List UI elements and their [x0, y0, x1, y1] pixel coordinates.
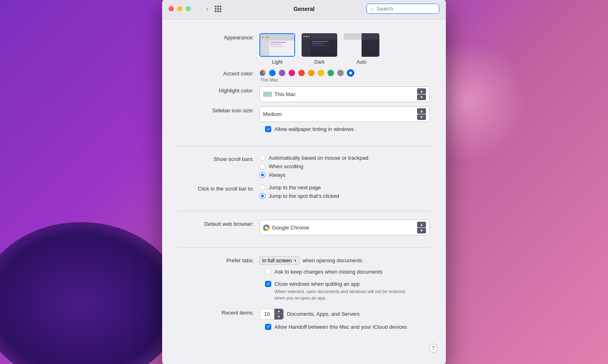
checkbox-check: ✓	[267, 282, 270, 286]
grid-dot	[217, 6, 219, 7]
grid-icon[interactable]	[215, 6, 221, 12]
recent-items-stepper[interactable]: 10 ▲ ▼	[259, 308, 284, 320]
stepper-down[interactable]: ▼	[417, 94, 426, 100]
accent-red[interactable]	[298, 70, 305, 76]
dark-thumb-body	[302, 40, 337, 57]
auto-thumb-right	[362, 33, 379, 57]
ask-keep-changes-checkbox-row: Ask to keep changes when closing documen…	[265, 269, 383, 275]
recent-items-up[interactable]: ▲	[274, 309, 283, 314]
thumb-line	[312, 45, 326, 46]
settings-content: Appearance:	[162, 19, 446, 364]
jump-next-radio[interactable]	[259, 184, 265, 191]
sidebar-icon-size-dropdown[interactable]: Medium ▲ ▼	[259, 106, 430, 122]
appearance-option-light[interactable]: Light	[259, 33, 295, 65]
dark-thumb	[302, 33, 337, 57]
wallpaper-tinting-label: Allow wallpaper tinting in windows	[274, 126, 354, 132]
prefer-tabs-row: Prefer tabs: in full screen ▼ when openi…	[162, 254, 446, 267]
scroll-when-radio[interactable]	[259, 163, 265, 169]
stepper-down[interactable]: ▼	[417, 228, 426, 233]
wallpaper-tinting-checkbox-row: ✓ Allow wallpaper tinting in windows	[265, 126, 354, 132]
appearance-row: Appearance:	[162, 29, 446, 67]
default-browser-row: Default web browser: Google Chrome ▲ ▼	[162, 218, 446, 238]
jump-spot-radio[interactable]	[259, 193, 265, 199]
close-windows-checkbox[interactable]: ✓	[265, 281, 271, 287]
help-row: ?	[162, 340, 446, 356]
accent-green[interactable]	[328, 70, 334, 76]
close-button[interactable]	[169, 6, 174, 11]
jump-spot-label: Jump to the spot that's clicked	[269, 193, 339, 199]
minimize-button[interactable]	[177, 6, 182, 11]
show-scroll-bars-label: Show scroll bars:	[178, 155, 259, 163]
scroll-auto-label: Automatically based on mouse or trackpad	[269, 155, 368, 161]
stepper-down[interactable]: ▼	[417, 114, 426, 120]
recent-items-inline: 10 ▲ ▼ Documents, Apps, and Servers	[259, 308, 430, 320]
nav-arrows: ‹ ›	[197, 5, 210, 13]
appearance-option-dark[interactable]: Dark	[302, 33, 337, 65]
forward-button[interactable]: ›	[204, 5, 210, 13]
accent-color-row: Accent color:	[162, 67, 446, 84]
recent-items-suffix: Documents, Apps, and Servers	[287, 311, 360, 317]
allow-handoff-label: Allow Handoff between this Mac and your …	[274, 324, 407, 330]
allow-handoff-checkbox[interactable]: ✓	[265, 324, 271, 330]
ask-keep-changes-checkbox[interactable]	[265, 269, 271, 275]
accent-yellow[interactable]	[318, 70, 324, 76]
thumb-dot-red	[303, 36, 305, 37]
wallpaper-tinting-checkbox[interactable]: ✓	[265, 126, 271, 132]
grid-dot	[220, 11, 221, 12]
highlight-color-dropdown[interactable]: This Mac ▲ ▼	[259, 86, 430, 102]
checkbox-check: ✓	[267, 127, 270, 131]
appearance-label: Appearance:	[178, 33, 259, 41]
ask-keep-changes-label: Ask to keep changes when closing documen…	[274, 269, 383, 275]
default-browser-dropdown[interactable]: Google Chrome ▲ ▼	[259, 220, 430, 236]
grid-dot	[220, 6, 221, 7]
scroll-auto-radio-row: Automatically based on mouse or trackpad	[259, 155, 430, 161]
show-scroll-bars-content: Automatically based on mouse or trackpad…	[259, 155, 430, 178]
light-thumb-sidebar	[260, 41, 269, 57]
accent-color-label: Accent color:	[178, 69, 259, 77]
accent-color-content: This Mac	[259, 69, 430, 82]
accent-purple[interactable]	[279, 70, 285, 76]
accent-row-wrapper: This Mac	[259, 69, 430, 82]
scroll-always-radio[interactable]	[259, 172, 265, 178]
default-browser-content: Google Chrome ▲ ▼	[259, 220, 430, 236]
scroll-section: Show scroll bars: Automatically based on…	[162, 150, 446, 208]
scroll-auto-radio[interactable]	[259, 155, 265, 161]
sidebar-icon-size-value: Medium	[263, 111, 415, 117]
window-title: General	[293, 6, 315, 12]
tabs-section: Prefer tabs: in full screen ▼ when openi…	[162, 251, 446, 340]
recent-items-down[interactable]: ▼	[274, 314, 283, 319]
accent-orange[interactable]	[308, 70, 315, 76]
highlight-color-stepper[interactable]: ▲ ▼	[417, 88, 426, 100]
search-box[interactable]: ⌕	[366, 4, 439, 14]
appearance-option-auto[interactable]: Auto	[344, 33, 379, 65]
appearance-content: Light	[259, 33, 430, 65]
accent-multicolor[interactable]	[259, 70, 266, 76]
accent-graphite[interactable]	[337, 70, 344, 76]
search-input[interactable]	[377, 6, 435, 12]
browser-stepper[interactable]: ▲ ▼	[417, 222, 426, 233]
section-divider-1	[178, 146, 430, 146]
sidebar-icon-size-stepper[interactable]: ▲ ▼	[417, 108, 426, 120]
maximize-button[interactable]	[186, 6, 191, 11]
checkbox-check: ✓	[267, 325, 270, 329]
titlebar: ‹ › General ⌕	[162, 0, 446, 19]
auto-thumb-left-body	[344, 40, 362, 57]
grid-dot	[215, 11, 216, 12]
stepper-up[interactable]: ▲	[417, 108, 426, 114]
allow-handoff-checkbox-row: ✓ Allow Handoff between this Mac and you…	[265, 324, 407, 330]
accent-pink[interactable]	[289, 70, 295, 76]
light-thumb-bar	[260, 34, 294, 41]
prefer-tabs-dropdown[interactable]: in full screen ▼	[259, 256, 300, 265]
accent-this-mac[interactable]	[347, 69, 354, 77]
thumb-line	[312, 41, 329, 42]
help-button[interactable]: ?	[429, 344, 438, 353]
show-scroll-bars-row: Show scroll bars: Automatically based on…	[162, 153, 446, 180]
dark-thumb-bar	[302, 33, 337, 40]
recent-items-value: 10	[260, 309, 274, 319]
wallpaper-tinting-row: ✓ Allow wallpaper tinting in windows	[162, 124, 446, 136]
back-button[interactable]: ‹	[197, 5, 203, 13]
stepper-up[interactable]: ▲	[417, 88, 426, 94]
accent-blue[interactable]	[269, 70, 276, 76]
auto-thumb-right-bar	[362, 33, 379, 40]
stepper-up[interactable]: ▲	[417, 222, 426, 227]
